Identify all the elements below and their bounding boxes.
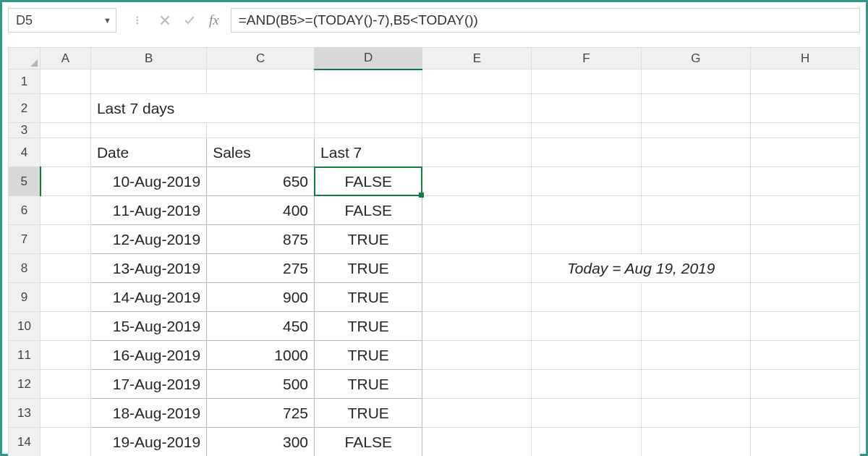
cell-last7[interactable]: TRUE [315, 399, 422, 428]
svg-point-1 [136, 20, 138, 22]
cell-date[interactable]: 14-Aug-2019 [90, 283, 206, 312]
cell-date[interactable]: 15-Aug-2019 [90, 312, 206, 341]
col-header-G[interactable]: G [641, 48, 751, 69]
cell-date[interactable]: 16-Aug-2019 [90, 341, 206, 370]
formula-bar-row: D5 ▼ fx =AND(B5>=(TODAY()-7),B5<TODAY()) [8, 8, 860, 33]
cell-last7[interactable]: TRUE [315, 254, 422, 283]
table-row: 5 10-Aug-2019 650 FALSE [9, 167, 860, 196]
row-header-2[interactable]: 2 [9, 94, 41, 123]
col-header-E[interactable]: E [422, 48, 532, 69]
cell-sales[interactable]: 300 [207, 428, 315, 457]
row-header-5[interactable]: 5 [9, 167, 41, 196]
row-header-3[interactable]: 3 [9, 123, 41, 138]
row-header-9[interactable]: 9 [9, 283, 41, 312]
row-header-4[interactable]: 4 [9, 138, 41, 167]
cell-sales[interactable]: 450 [207, 312, 315, 341]
cell-sales[interactable]: 400 [207, 196, 315, 225]
cell-last7[interactable]: TRUE [315, 312, 422, 341]
row-3: 3 [9, 123, 860, 138]
separator-icon [135, 15, 145, 25]
name-box-value: D5 [16, 13, 33, 28]
cancel-icon[interactable] [160, 15, 170, 25]
cell-sales[interactable]: 275 [207, 254, 315, 283]
cell-sales[interactable]: 500 [207, 370, 315, 399]
table-row: 9 14-Aug-2019 900 TRUE [9, 283, 860, 312]
row-header-8[interactable]: 8 [9, 254, 41, 283]
fx-icon[interactable]: fx [209, 12, 219, 28]
cell-last7[interactable]: FALSE [315, 428, 422, 457]
cell-sales[interactable]: 1000 [207, 341, 315, 370]
today-note: Today = Aug 19, 2019 [532, 254, 751, 283]
row-2: 2 Last 7 days [9, 94, 860, 123]
cell-date[interactable]: 10-Aug-2019 [90, 167, 206, 196]
formula-input[interactable]: =AND(B5>=(TODAY()-7),B5<TODAY()) [231, 8, 860, 33]
svg-point-2 [136, 22, 138, 25]
col-header-H[interactable]: H [751, 48, 860, 69]
col-header-C[interactable]: C [207, 48, 315, 69]
name-box[interactable]: D5 ▼ [8, 8, 116, 33]
svg-point-0 [136, 16, 138, 18]
col-header-B[interactable]: B [90, 48, 206, 69]
col-header-F[interactable]: F [532, 48, 642, 69]
cell-date[interactable]: 13-Aug-2019 [90, 254, 206, 283]
cell-last7[interactable]: TRUE [315, 283, 422, 312]
header-date[interactable]: Date [90, 138, 206, 167]
table-row: 13 18-Aug-2019 725 TRUE [9, 399, 860, 428]
row-header-11[interactable]: 11 [9, 341, 41, 370]
table-row: 7 12-Aug-2019 875 TRUE [9, 225, 860, 254]
cell-date[interactable]: 12-Aug-2019 [90, 225, 206, 254]
formula-text: =AND(B5>=(TODAY()-7),B5<TODAY()) [239, 12, 478, 28]
cell-last7[interactable]: FALSE [315, 167, 422, 196]
formula-bar-controls: fx [116, 8, 231, 33]
table-row: 10 15-Aug-2019 450 TRUE [9, 312, 860, 341]
row-header-14[interactable]: 14 [9, 428, 41, 457]
row-header-12[interactable]: 12 [9, 370, 41, 399]
select-all-corner[interactable] [9, 48, 41, 69]
col-header-D[interactable]: D [315, 48, 422, 69]
table-row: 14 19-Aug-2019 300 FALSE [9, 428, 860, 457]
cell-last7[interactable]: TRUE [315, 341, 422, 370]
name-box-dropdown-icon[interactable]: ▼ [103, 16, 111, 25]
cell-sales[interactable]: 900 [207, 283, 315, 312]
table-row: 8 13-Aug-2019 275 TRUE Today = Aug 19, 2… [9, 254, 860, 283]
cell-last7[interactable]: TRUE [315, 370, 422, 399]
table-row: 6 11-Aug-2019 400 FALSE [9, 196, 860, 225]
cell-sales[interactable]: 875 [207, 225, 315, 254]
cell-date[interactable]: 18-Aug-2019 [90, 399, 206, 428]
enter-icon[interactable] [184, 15, 195, 25]
cell-last7[interactable]: FALSE [315, 196, 422, 225]
cell-last7[interactable]: TRUE [315, 225, 422, 254]
row-header-13[interactable]: 13 [9, 399, 41, 428]
cell-date[interactable]: 11-Aug-2019 [90, 196, 206, 225]
table-row: 12 17-Aug-2019 500 TRUE [9, 370, 860, 399]
cell-date[interactable]: 19-Aug-2019 [90, 428, 206, 457]
spreadsheet-grid[interactable]: A B C D E F G H 1 [8, 47, 860, 456]
column-header-row: A B C D E F G H [9, 48, 860, 69]
table-row: 11 16-Aug-2019 1000 TRUE [9, 341, 860, 370]
row-header-7[interactable]: 7 [9, 225, 41, 254]
header-sales[interactable]: Sales [207, 138, 315, 167]
row-header-10[interactable]: 10 [9, 312, 41, 341]
cell-date[interactable]: 17-Aug-2019 [90, 370, 206, 399]
row-4: 4 Date Sales Last 7 [9, 138, 860, 167]
cell-title[interactable]: Last 7 days [90, 94, 314, 123]
row-header-1[interactable]: 1 [9, 69, 41, 94]
cell-sales[interactable]: 650 [207, 167, 315, 196]
cell-sales[interactable]: 725 [207, 399, 315, 428]
header-last7[interactable]: Last 7 [315, 138, 422, 167]
row-header-6[interactable]: 6 [9, 196, 41, 225]
col-header-A[interactable]: A [41, 48, 91, 69]
row-1: 1 [9, 69, 860, 94]
